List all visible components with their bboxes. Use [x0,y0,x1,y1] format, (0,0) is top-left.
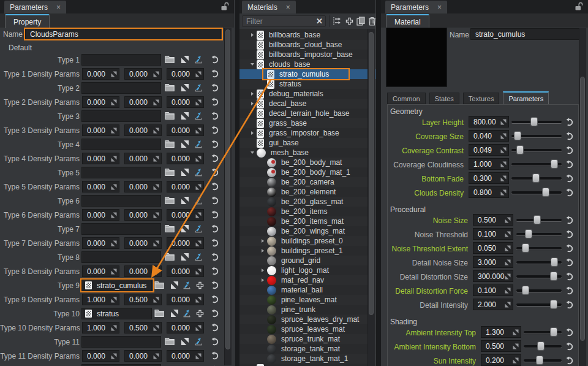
material-name-input[interactable] [470,28,583,40]
param-value-field[interactable]: 3.000 [473,256,513,268]
edit-material-icon[interactable] [193,223,204,234]
reset-icon[interactable] [209,110,220,121]
density-field-0[interactable]: 0.000 [82,350,119,362]
param-slider[interactable] [511,135,562,137]
density-field-2[interactable]: 0.000 [167,96,204,108]
reset-icon[interactable] [209,322,220,333]
reset-icon[interactable] [564,187,575,198]
expand-arrow-icon[interactable] [249,92,256,96]
reset-icon[interactable] [564,145,575,156]
param-slider[interactable] [524,331,562,334]
type-material-field[interactable] [81,82,161,94]
param-value-field[interactable]: 0.050 [473,242,513,254]
diagonal-handle-icon[interactable] [111,269,117,275]
diagonal-handle-icon[interactable] [153,325,159,331]
density-field-2[interactable]: 0.000 [167,153,204,164]
reset-icon[interactable] [564,327,575,338]
tree-item[interactable]: be_200_items_mat [239,216,375,226]
diagonal-handle-icon[interactable] [153,240,159,246]
slider-handle[interactable] [517,146,523,154]
density-field-0[interactable]: 0.000 [82,68,119,80]
clear-assignment-icon[interactable] [179,195,190,206]
diagonal-handle-icon[interactable] [195,184,202,190]
param-slider[interactable] [516,233,562,235]
add-icon[interactable] [194,308,205,319]
slider-handle[interactable] [522,286,529,294]
reset-icon[interactable] [564,285,575,296]
expand-arrow-icon[interactable] [259,269,266,272]
diagonal-handle-icon[interactable] [195,269,202,275]
tree-item[interactable]: debug_materials [239,89,375,99]
expand-arrow-icon[interactable] [259,239,266,243]
edit-material-icon[interactable] [181,280,192,291]
density-field-1[interactable]: 0.000 [124,96,162,108]
clear-assignment-icon[interactable] [179,110,190,121]
expand-arrow-icon[interactable] [249,102,256,105]
reset-icon[interactable] [209,209,220,220]
clear-assignment-icon[interactable] [179,54,190,65]
edit-material-icon[interactable] [193,54,204,65]
diagonal-handle-icon[interactable] [505,288,511,294]
reset-icon[interactable] [209,96,220,107]
edit-material-icon[interactable] [193,167,204,178]
hierarchy-view-icon[interactable] [331,15,342,27]
close-icon[interactable]: × [286,3,290,12]
tree-item[interactable]: be_200_body_mat_1 [239,167,375,177]
density-field-0[interactable]: 1.000 [82,322,119,334]
param-slider[interactable] [516,289,562,292]
clear-assignment-icon[interactable] [169,280,180,291]
reset-icon[interactable] [564,243,575,254]
diagonal-handle-icon[interactable] [111,156,117,162]
density-field-1[interactable]: 0.000 [124,68,162,80]
param-value-field[interactable]: 300.000 [473,270,513,282]
type-material-field[interactable] [81,167,161,178]
slider-handle[interactable] [537,356,543,364]
density-field-2[interactable]: 0.000 [167,350,204,362]
clear-assignment-icon[interactable] [179,139,190,150]
slider-handle[interactable] [551,272,557,280]
diagonal-handle-icon[interactable] [111,325,117,331]
tree-item[interactable]: buildings_preset_0 [239,236,375,246]
density-field-0[interactable]: 0.000 [82,96,119,108]
reset-icon[interactable] [209,153,220,164]
slider-handle[interactable] [533,174,539,182]
tree-item[interactable]: be_200_wings_mat [239,226,375,236]
close-icon[interactable]: × [56,3,61,12]
density-field-2[interactable]: 0.000 [167,68,204,80]
param-value-field[interactable]: 0.500 [473,214,513,226]
diagonal-handle-icon[interactable] [513,329,519,335]
param-slider[interactable] [511,191,562,194]
density-field-2[interactable]: 0.000 [167,237,204,249]
tree-item[interactable]: storage_tank_mat [239,344,375,354]
diagonal-handle-icon[interactable] [505,302,511,308]
expand-arrow-icon[interactable] [249,63,256,66]
left-scrollbar-handle[interactable] [225,29,230,349]
reset-icon[interactable] [564,215,575,226]
diagonal-handle-icon[interactable] [195,99,202,105]
clear-assignment-icon[interactable] [179,223,190,234]
param-slider[interactable] [511,149,562,151]
param-value-field[interactable]: 0.040 [469,130,509,142]
param-slider[interactable] [524,359,562,362]
density-field-1[interactable]: 0.000 [124,124,162,136]
diagonal-handle-icon[interactable] [505,259,511,265]
clear-assignment-icon[interactable] [169,308,180,319]
reset-icon[interactable] [209,68,220,79]
density-field-2[interactable]: 0.000 [167,181,204,193]
diagonal-handle-icon[interactable] [153,99,159,105]
tab-textures[interactable]: Textures [463,93,500,104]
tree-item[interactable] [239,364,375,366]
slider-handle[interactable] [551,300,557,308]
reset-icon[interactable] [564,229,575,240]
expand-arrow-icon[interactable] [259,249,266,253]
expand-arrow-icon[interactable] [249,151,256,154]
param-value-field[interactable]: 800.00 [469,116,509,128]
diagonal-handle-icon[interactable] [505,245,511,251]
param-value-field[interactable]: 0.500 [481,340,521,352]
param-value-field[interactable]: 0.100 [473,228,513,240]
slider-handle[interactable] [538,342,544,350]
density-field-2[interactable]: 0.000 [167,294,204,305]
lock-icon[interactable] [575,2,583,12]
density-field-0[interactable]: 0.000 [82,124,119,136]
tree-item[interactable]: light_logo_mat [239,265,375,275]
